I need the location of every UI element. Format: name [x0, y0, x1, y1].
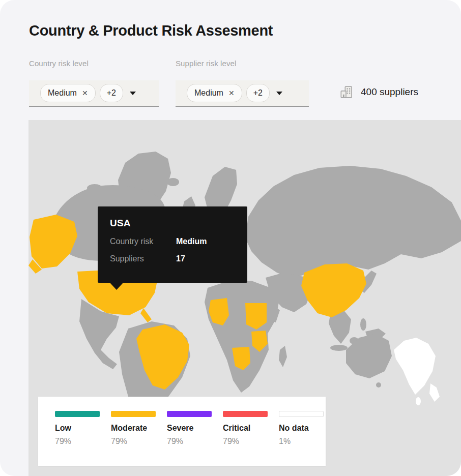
legend-value: 79% [223, 437, 268, 446]
legend-item-low: Low 79% [55, 411, 100, 466]
legend-label: Critical [223, 424, 268, 433]
legend-value: 79% [167, 437, 212, 446]
chevron-down-icon [276, 92, 282, 95]
legend-swatch-critical [223, 411, 268, 417]
tooltip-row: Suppliers 17 [110, 254, 235, 263]
tooltip-row-value: Medium [176, 237, 207, 246]
map-legend: Low 79% Moderate 79% Severe 79% Critical… [38, 397, 326, 466]
legend-swatch-moderate [111, 411, 156, 417]
more-selected-badge[interactable]: +2 [100, 84, 123, 102]
map-tooltip: USA Country risk Medium Suppliers 17 [98, 206, 247, 283]
more-selected-badge[interactable]: +2 [246, 84, 270, 102]
legend-item-severe: Severe 79% [167, 411, 212, 466]
filter-country-risk: Country risk level Medium ✕ +2 [29, 59, 159, 68]
legend-value: 79% [55, 437, 100, 446]
filter-label: Supplier risk level [176, 59, 309, 68]
tooltip-country-name: USA [110, 218, 235, 229]
tooltip-row-label: Suppliers [110, 254, 176, 263]
filter-supplier-risk: Supplier risk level Medium ✕ +2 [176, 59, 309, 68]
legend-label: No data [279, 424, 324, 433]
legend-swatch-severe [167, 411, 212, 417]
legend-value: 1% [279, 437, 324, 446]
legend-swatch-low [55, 411, 100, 417]
tooltip-row: Country risk Medium [110, 237, 235, 246]
selected-value-chip[interactable]: Medium ✕ [187, 84, 242, 102]
supplier-risk-select[interactable]: Medium ✕ +2 [176, 80, 309, 107]
filter-label: Country risk level [29, 59, 159, 68]
tooltip-row-label: Country risk [110, 237, 176, 246]
legend-item-moderate: Moderate 79% [111, 411, 156, 466]
chip-label: Medium [48, 88, 77, 98]
chevron-down-icon [130, 92, 136, 95]
legend-label: Severe [167, 424, 212, 433]
tooltip-row-value: 17 [176, 254, 185, 263]
buildings-icon [339, 84, 354, 100]
world-map[interactable]: USA Country risk Medium Suppliers 17 Low… [28, 120, 461, 476]
legend-swatch-no-data [279, 411, 324, 417]
risk-assessment-card: Country & Product Risk Assesment Country… [0, 0, 461, 476]
legend-item-critical: Critical 79% [223, 411, 268, 466]
remove-chip-icon[interactable]: ✕ [228, 90, 235, 97]
country-risk-select[interactable]: Medium ✕ +2 [29, 80, 159, 107]
page-title: Country & Product Risk Assesment [29, 22, 273, 39]
suppliers-count: 400 suppliers [339, 84, 418, 100]
remove-chip-icon[interactable]: ✕ [82, 90, 88, 97]
legend-value: 79% [111, 437, 156, 446]
legend-item-no-data: No data 1% [279, 411, 324, 466]
suppliers-count-label: 400 suppliers [361, 86, 418, 98]
legend-label: Low [55, 424, 100, 433]
legend-label: Moderate [111, 424, 156, 433]
chip-label: Medium [194, 88, 223, 98]
selected-value-chip[interactable]: Medium ✕ [40, 84, 96, 102]
